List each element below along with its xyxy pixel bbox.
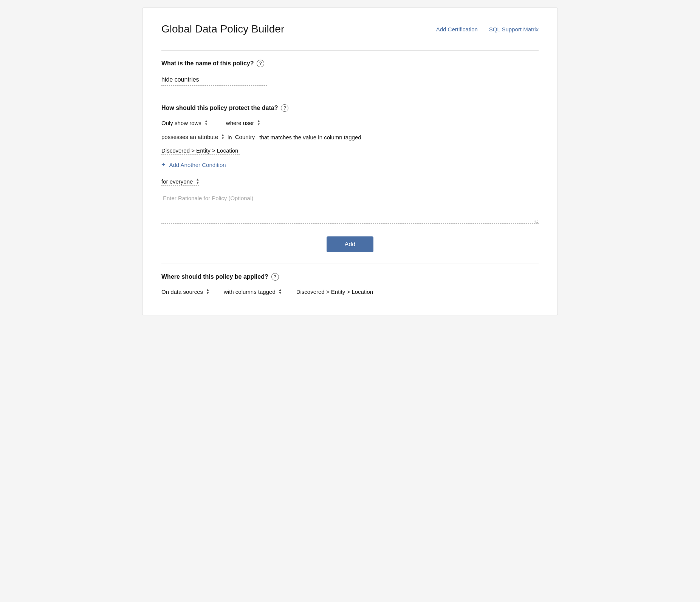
divider-1 (161, 95, 539, 95)
only-show-rows-select[interactable]: Only show rows ▲ ▼ (161, 119, 208, 127)
header-row: Global Data Policy Builder Add Certifica… (161, 23, 539, 35)
where-applied-help-icon[interactable]: ? (271, 273, 279, 281)
policy-name-section: What is the name of this policy? ? (161, 60, 539, 86)
protect-data-help-icon[interactable]: ? (281, 104, 288, 112)
where-applied-question: Where should this policy be applied? ? (161, 273, 539, 281)
policy-name-help-icon[interactable]: ? (257, 60, 264, 67)
add-certification-link[interactable]: Add Certification (436, 26, 478, 32)
for-everyone-row: for everyone ▲ ▼ (161, 178, 539, 186)
protect-data-section: How should this policy protect the data?… (161, 104, 539, 225)
on-data-sources-select[interactable]: On data sources ▲ ▼ (161, 288, 209, 296)
rationale-wrapper: ⤡ (161, 193, 539, 225)
apply-row: On data sources ▲ ▼ with columns tagged … (161, 288, 539, 296)
policy-name-input[interactable] (161, 75, 267, 86)
add-condition-plus-icon: + (161, 161, 166, 169)
add-button-row: Add (161, 236, 539, 252)
add-condition-label: Add Another Condition (169, 162, 226, 168)
only-show-rows-chevrons[interactable]: ▲ ▼ (204, 119, 208, 126)
with-columns-tagged-chevrons[interactable]: ▲ ▼ (279, 288, 282, 295)
for-everyone-chevrons[interactable]: ▲ ▼ (196, 178, 199, 185)
rationale-textarea[interactable] (161, 193, 539, 224)
page-title: Global Data Policy Builder (161, 23, 284, 35)
where-user-select[interactable]: where user ▲ ▼ (226, 119, 260, 127)
for-everyone-select[interactable]: for everyone ▲ ▼ (161, 178, 199, 186)
resize-handle-icon: ⤡ (534, 219, 538, 224)
section1-top-divider (161, 50, 539, 51)
possesses-chevrons[interactable]: ▲ ▼ (221, 133, 225, 140)
discovered-entity-location-select[interactable]: Discovered > Entity > Location (161, 147, 240, 155)
matches-label: that matches the value in column tagged (259, 134, 361, 140)
condition-row-2: possesses an attribute ▲ ▼ in Country th… (161, 133, 539, 141)
possesses-attribute-select[interactable]: possesses an attribute ▲ ▼ (161, 133, 225, 141)
apply-discovered-select[interactable]: Discovered > Entity > Location (296, 289, 375, 296)
add-condition-row[interactable]: + Add Another Condition (161, 161, 539, 169)
condition-row-3: Discovered > Entity > Location (161, 147, 539, 155)
protect-data-question: How should this policy protect the data?… (161, 104, 539, 112)
on-data-sources-chevrons[interactable]: ▲ ▼ (206, 288, 209, 295)
in-label: in (228, 134, 232, 140)
with-columns-tagged-select[interactable]: with columns tagged ▲ ▼ (224, 288, 282, 296)
add-button[interactable]: Add (327, 236, 373, 252)
policy-name-question: What is the name of this policy? ? (161, 60, 539, 67)
main-container: Global Data Policy Builder Add Certifica… (142, 8, 558, 315)
country-select[interactable]: Country (235, 134, 257, 141)
section3-divider (161, 264, 539, 264)
condition-row-1: Only show rows ▲ ▼ where user ▲ ▼ (161, 119, 539, 127)
header-links: Add Certification SQL Support Matrix (436, 26, 539, 32)
where-applied-section: Where should this policy be applied? ? O… (161, 273, 539, 296)
sql-support-matrix-link[interactable]: SQL Support Matrix (489, 26, 539, 32)
where-user-chevrons[interactable]: ▲ ▼ (257, 119, 260, 126)
